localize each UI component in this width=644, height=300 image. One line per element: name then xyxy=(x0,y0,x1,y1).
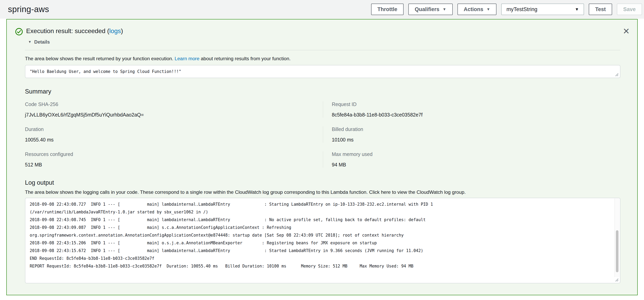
summary-value: j7JvLLB6yOXeL6/rfZgqMSj5mDf5uYiQurhbdAao… xyxy=(25,112,323,118)
function-title: spring-aws xyxy=(8,5,49,14)
summary-label: Code SHA-256 xyxy=(25,101,323,107)
resize-grip-icon[interactable] xyxy=(615,73,619,77)
summary-value: 10055.40 ms xyxy=(25,137,323,143)
save-button[interactable]: Save xyxy=(617,4,642,15)
log-line: 2018-09-08 22:43:08.727 INFO 1 --- [ mai… xyxy=(30,200,610,208)
header-actions: Throttle Qualifiers ▼ Actions ▼ myTestSt… xyxy=(371,4,642,15)
success-check-icon xyxy=(15,28,23,36)
execution-result-banner: Execution result: succeeded (logs) ✕ xyxy=(7,20,637,36)
log-output-title: Log output xyxy=(25,179,637,186)
test-event-select[interactable]: myTestString ▼ xyxy=(501,4,584,15)
summary-row: Duration 10055.40 ms Billed duration 101… xyxy=(25,123,620,148)
result-note: The area below shows the result returned… xyxy=(25,56,620,62)
summary-cell: Code SHA-256 j7JvLLB6yOXeL6/rfZgqMSj5mDf… xyxy=(25,101,323,118)
log-line: END RequestId: 8c5fe84a-b3b8-11e8-b033-c… xyxy=(30,255,610,262)
result-value-text: "Hello Baeldung User, and welcome to Spr… xyxy=(30,69,181,74)
summary-cell: Max memory used 94 MB xyxy=(323,151,621,168)
log-lines: 2018-09-08 22:43:08.727 INFO 1 --- [ mai… xyxy=(30,200,610,270)
log-line: org.springframework.context.annotation.A… xyxy=(30,231,610,239)
summary-label: Duration xyxy=(25,126,323,132)
test-button[interactable]: Test xyxy=(589,4,612,15)
log-output-note: The area below shows the logging calls i… xyxy=(25,189,620,195)
summary-cell: Request ID 8c5fe84a-b3b8-11e8-b033-c3ce0… xyxy=(323,101,621,118)
caret-down-icon: ▼ xyxy=(442,7,446,12)
summary-cell: Billed duration 10100 ms xyxy=(323,126,621,143)
details-toggle[interactable]: ▼ Details xyxy=(28,39,637,45)
summary-row: Resources configured 512 MB Max memory u… xyxy=(25,148,620,173)
test-event-selected-value: myTestString xyxy=(506,6,537,13)
caret-down-icon: ▼ xyxy=(575,7,579,12)
throttle-button[interactable]: Throttle xyxy=(371,4,404,15)
log-scrollbar-thumb[interactable] xyxy=(616,230,618,272)
summary-value: 10100 ms xyxy=(332,137,621,143)
details-toggle-label: Details xyxy=(34,39,50,45)
caret-down-icon: ▼ xyxy=(486,7,490,12)
function-header: spring-aws Throttle Qualifiers ▼ Actions… xyxy=(0,0,644,19)
summary-label: Billed duration xyxy=(332,126,621,132)
divider xyxy=(25,50,620,50)
log-scrollbar[interactable] xyxy=(614,199,620,277)
summary-row: Code SHA-256 j7JvLLB6yOXeL6/rfZgqMSj5mDf… xyxy=(25,98,620,123)
log-line: 2018-09-08 22:43:15.672 INFO 1 --- [ mai… xyxy=(30,247,610,255)
actions-button[interactable]: Actions ▼ xyxy=(458,4,497,15)
execution-result-title: Execution result: succeeded (logs) xyxy=(26,27,123,35)
summary-value: 94 MB xyxy=(332,162,621,168)
result-value-textarea[interactable]: "Hello Baeldung User, and welcome to Spr… xyxy=(25,65,620,78)
resize-grip-icon[interactable] xyxy=(615,278,619,282)
log-line: (/var/runtime/lib/LambdaJavaRTEntry-1.0.… xyxy=(30,208,610,216)
log-line: 2018-09-08 22:43:09.087 INFO 1 --- [ mai… xyxy=(30,224,610,231)
log-line: 2018-09-08 22:43:15.206 INFO 1 --- [ mai… xyxy=(30,239,610,247)
summary-cell: Resources configured 512 MB xyxy=(25,151,323,168)
summary-label: Resources configured xyxy=(25,151,323,157)
qualifiers-button[interactable]: Qualifiers ▼ xyxy=(408,4,452,15)
log-line: 2018-09-08 22:43:08.745 INFO 1 --- [ mai… xyxy=(30,216,610,224)
log-output-textarea[interactable]: 2018-09-08 22:43:08.727 INFO 1 --- [ mai… xyxy=(25,198,620,283)
summary-title: Summary xyxy=(25,88,637,95)
summary-value: 8c5fe84a-b3b8-11e8-b033-c3ce03582e7f xyxy=(332,112,621,118)
summary-value: 512 MB xyxy=(25,162,323,168)
summary-label: Request ID xyxy=(332,101,621,107)
summary-grid: Code SHA-256 j7JvLLB6yOXeL6/rfZgqMSj5mDf… xyxy=(25,98,620,173)
execution-result-panel: Execution result: succeeded (logs) ✕ ▼ D… xyxy=(6,19,638,295)
summary-label: Max memory used xyxy=(332,151,621,157)
caret-down-icon: ▼ xyxy=(28,40,32,44)
click-here-link[interactable]: Click here xyxy=(369,189,391,195)
log-line: REPORT RequestId: 8c5fe84a-b3b8-11e8-b03… xyxy=(30,262,610,270)
close-icon[interactable]: ✕ xyxy=(623,27,630,35)
summary-cell: Duration 10055.40 ms xyxy=(25,126,323,143)
learn-more-link[interactable]: Learn more xyxy=(175,56,200,61)
logs-link[interactable]: logs xyxy=(109,27,121,35)
